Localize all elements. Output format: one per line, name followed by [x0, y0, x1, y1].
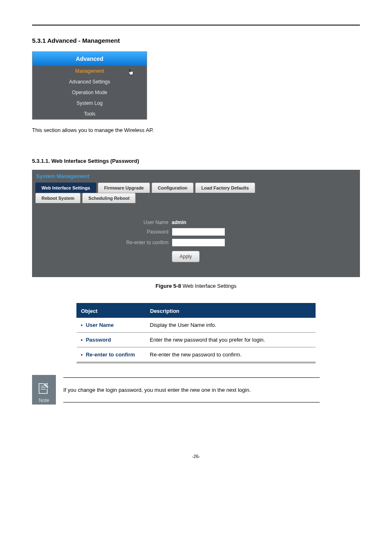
description-cell: Display the User Name info.: [146, 318, 316, 333]
confirm-input[interactable]: [172, 238, 225, 247]
user-name-label: User Name: [32, 220, 172, 225]
intro-text: This section allows you to manage the Wi…: [32, 127, 360, 133]
table-header-description: Description: [146, 305, 316, 318]
figure-text: Web Interface Settings: [181, 283, 237, 289]
apply-button[interactable]: Apply: [172, 251, 200, 262]
section-heading: 5.3.1 Advanced - Management: [32, 37, 360, 44]
note-box: Note If you change the login password, y…: [32, 375, 320, 405]
note-label: Note: [39, 398, 49, 403]
table-header-object: Object: [77, 305, 146, 318]
menu-item-operation-mode[interactable]: Operation Mode: [32, 87, 147, 98]
password-label: Password: [32, 229, 172, 235]
tab-container: Web Interface Settings Firmware Upgrade …: [32, 182, 360, 203]
object-description-table: Object Description • User Name Display t…: [76, 304, 316, 362]
bullet-icon: •: [81, 322, 83, 328]
table-row: • User Name Display the User Name info.: [77, 318, 316, 333]
note-icon: Note: [32, 375, 56, 405]
page-number: -26-: [32, 454, 360, 459]
form-area: User Name admin Password Re-enter to con…: [32, 203, 360, 269]
user-name-value: admin: [172, 220, 186, 225]
description-cell: Re-enter the new password to confirm.: [146, 347, 316, 362]
bullet-icon: •: [81, 337, 83, 343]
menu-item-tools[interactable]: Tools: [32, 109, 147, 119]
advanced-menu: Advanced Management Advanced Settings Op…: [32, 51, 147, 120]
object-cell: Re-enter to confirm: [86, 352, 135, 358]
menu-item-management[interactable]: Management: [32, 66, 147, 76]
bullet-icon: •: [81, 352, 83, 358]
table-row: • Re-enter to confirm Re-enter the new p…: [77, 347, 316, 362]
menu-item-label: System Log: [76, 100, 102, 106]
menu-item-system-log[interactable]: System Log: [32, 98, 147, 109]
menu-item-label: Tools: [84, 111, 95, 117]
object-table-wrapper: Object Description • User Name Display t…: [76, 303, 316, 363]
tab-scheduling-reboot[interactable]: Scheduling Reboot: [82, 193, 136, 203]
tab-reboot-system[interactable]: Reboot System: [35, 193, 81, 203]
figure-number: Figure 5-8: [155, 283, 181, 289]
password-input[interactable]: [172, 228, 225, 236]
description-cell: Enter the new password that you prefer f…: [146, 333, 316, 347]
tab-web-interface-settings[interactable]: Web Interface Settings: [35, 183, 96, 193]
menu-item-advanced-settings[interactable]: Advanced Settings: [32, 76, 147, 87]
menu-item-label: Management: [75, 68, 104, 74]
advanced-menu-header: Advanced: [32, 52, 147, 66]
tab-firmware-upgrade[interactable]: Firmware Upgrade: [98, 183, 150, 193]
horizontal-rule: [32, 25, 360, 25]
confirm-label: Re-enter to confirm: [32, 240, 172, 245]
note-text: If you change the login password, you mu…: [63, 377, 320, 402]
figure-caption: Figure 5-8 Web Interface Settings: [32, 283, 360, 289]
cursor-hand-icon: [127, 68, 135, 77]
tab-configuration[interactable]: Configuration: [152, 183, 194, 193]
object-cell: Password: [86, 337, 111, 343]
object-cell: User Name: [86, 322, 114, 328]
table-row: • Password Enter the new password that y…: [77, 333, 316, 347]
tab-load-factory-defaults[interactable]: Load Factory Defaults: [195, 183, 255, 193]
panel-title: System Management: [32, 170, 360, 182]
menu-item-label: Advanced Settings: [69, 79, 110, 85]
system-management-panel: System Management Web Interface Settings…: [32, 170, 360, 277]
subsection-heading: 5.3.1.1. Web Interface Settings (Passwor…: [32, 158, 360, 164]
menu-item-label: Operation Mode: [72, 90, 107, 95]
